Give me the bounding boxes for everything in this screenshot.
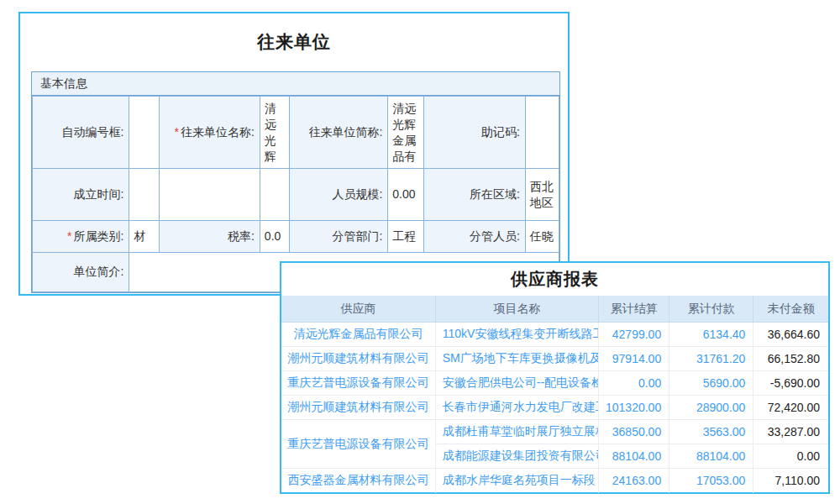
- project-cell: 成都能源建设集团投资有限公司: [435, 444, 598, 469]
- supplier-cell: 潮州元顺建筑材料有限公司: [281, 347, 435, 371]
- mnemonic-code-value[interactable]: [525, 97, 559, 169]
- settled-cell: 42799.00: [599, 323, 669, 347]
- settled-cell: 101320.00: [599, 396, 669, 420]
- region-label: 所在区域:: [424, 169, 525, 221]
- supplier-report-panel: 供应商报表 供应商 项目名称 累计结算 累计付款 未付金额 清远光辉金属品有限公…: [280, 261, 830, 494]
- form-row-1: 自动编号框: *往来单位名称: 清远光辉 往来单位简称: 清远光辉金属品有 助记…: [33, 97, 559, 169]
- paid-cell: 5690.00: [669, 371, 753, 396]
- paid-cell: 6134.40: [669, 323, 753, 347]
- unpaid-cell: 66,152.80: [753, 347, 828, 371]
- project-cell: 安徽合肥供电公司--配电设备检修: [435, 371, 598, 396]
- staff-size-value[interactable]: 0.00: [388, 169, 424, 221]
- table-row: 潮州元顺建筑材料有限公司 长春市伊通河水力发电厂改建工程 101320.00 2…: [281, 396, 828, 420]
- mnemonic-code-label: 助记码:: [424, 97, 525, 169]
- partner-short-name-value[interactable]: 清远光辉金属品有: [388, 97, 424, 169]
- tax-rate-value[interactable]: 0.0: [260, 221, 289, 253]
- paid-cell: 28900.00: [669, 396, 753, 420]
- required-asterisk: *: [67, 229, 71, 243]
- supplier-cell: 西安盛器金属材料有限公司: [281, 469, 435, 493]
- project-cell: 成都杜甫草堂临时展厅独立展柜: [435, 420, 598, 444]
- unpaid-cell: 7,110.00: [753, 469, 828, 493]
- unpaid-cell: 0.00: [753, 444, 828, 469]
- partner-form-title: 往来单位: [20, 13, 568, 71]
- empty-cell: [160, 169, 260, 221]
- form-row-3: *所属类别: 材 税率: 0.0 分管部门: 工程 分管人员: 任晓: [33, 221, 559, 253]
- partner-name-label: *往来单位名称:: [160, 97, 260, 169]
- col-header-supplier: 供应商: [281, 296, 435, 323]
- required-asterisk: *: [175, 125, 179, 139]
- settled-cell: 97914.00: [599, 347, 669, 371]
- project-cell: 成都水岸华庭名苑项目一标段: [435, 469, 598, 493]
- col-header-paid: 累计付款: [669, 296, 753, 323]
- supplier-cell: 潮州元顺建筑材料有限公司: [281, 396, 435, 420]
- paid-cell: 3563.00: [669, 420, 753, 444]
- established-date-label: 成立时间:: [33, 169, 129, 221]
- col-header-project: 项目名称: [435, 296, 598, 323]
- category-label: *所属类别:: [33, 221, 129, 253]
- table-row: 西安盛器金属材料有限公司 成都水岸华庭名苑项目一标段 24163.00 1705…: [281, 469, 828, 493]
- department-value[interactable]: 工程: [388, 221, 424, 253]
- table-row: 重庆艺普电源设备有限公司 安徽合肥供电公司--配电设备检修 0.00 5690.…: [281, 371, 828, 396]
- form-row-2: 成立时间: 人员规模: 0.00 所在区域: 西北地区: [33, 169, 559, 221]
- basic-info-section-header: 基本信息: [32, 72, 559, 96]
- partner-form-panel: 往来单位 基本信息 自动编号框: *往来单位名称: 清远光辉 往来单位简称: 清…: [18, 12, 570, 296]
- supplier-cell-merged: 重庆艺普电源设备有限公司: [281, 420, 435, 469]
- supplier-cell: 清远光辉金属品有限公司: [281, 323, 435, 347]
- department-label: 分管部门:: [289, 221, 387, 253]
- category-value[interactable]: 材: [129, 221, 160, 253]
- table-row: 重庆艺普电源设备有限公司 成都杜甫草堂临时展厅独立展柜 36850.00 356…: [281, 420, 828, 444]
- auto-number-value[interactable]: [129, 97, 160, 169]
- supplier-report-table: 供应商 项目名称 累计结算 累计付款 未付金额 清远光辉金属品有限公司 110k…: [281, 296, 828, 493]
- staff-size-label: 人员规模:: [289, 169, 387, 221]
- supplier-cell: 重庆艺普电源设备有限公司: [281, 371, 435, 396]
- paid-cell: 31761.20: [669, 347, 753, 371]
- col-header-settled: 累计结算: [599, 296, 669, 323]
- project-cell: 长春市伊通河水力发电厂改建工程: [435, 396, 598, 420]
- partner-short-name-label: 往来单位简称:: [289, 97, 387, 169]
- manager-label: 分管人员:: [424, 221, 525, 253]
- project-cell: 110kV安徽线程集变开断线路工程: [435, 323, 598, 347]
- settled-cell: 24163.00: [599, 469, 669, 493]
- intro-label: 单位简介:: [33, 253, 129, 292]
- basic-info-box: 基本信息 自动编号框: *往来单位名称: 清远光辉 往来单位简称: 清远光辉金属…: [31, 71, 560, 293]
- settled-cell: 36850.00: [599, 420, 669, 444]
- partner-name-value[interactable]: 清远光辉: [260, 97, 289, 169]
- established-date-value[interactable]: [129, 169, 160, 221]
- unpaid-cell: 33,287.00: [753, 420, 828, 444]
- report-header-row: 供应商 项目名称 累计结算 累计付款 未付金额: [281, 296, 828, 323]
- col-header-unpaid: 未付金额: [753, 296, 828, 323]
- supplier-report-title: 供应商报表: [281, 263, 828, 296]
- unpaid-cell: 36,664.60: [753, 323, 828, 347]
- unpaid-cell: 72,420.00: [753, 396, 828, 420]
- settled-cell: 88104.00: [599, 444, 669, 469]
- paid-cell: 88104.00: [669, 444, 753, 469]
- tax-rate-label: 税率:: [160, 221, 260, 253]
- unpaid-cell: -5,690.00: [753, 371, 828, 396]
- paid-cell: 17053.00: [669, 469, 753, 493]
- empty-cell: [260, 169, 289, 221]
- region-value[interactable]: 西北地区: [525, 169, 559, 221]
- settled-cell: 0.00: [599, 371, 669, 396]
- auto-number-label: 自动编号框:: [33, 97, 129, 169]
- table-row: 清远光辉金属品有限公司 110kV安徽线程集变开断线路工程 42799.00 6…: [281, 323, 828, 347]
- table-row: 潮州元顺建筑材料有限公司 SM广场地下车库更换摄像机及硬 97914.00 31…: [281, 347, 828, 371]
- project-cell: SM广场地下车库更换摄像机及硬: [435, 347, 598, 371]
- manager-value[interactable]: 任晓: [525, 221, 559, 253]
